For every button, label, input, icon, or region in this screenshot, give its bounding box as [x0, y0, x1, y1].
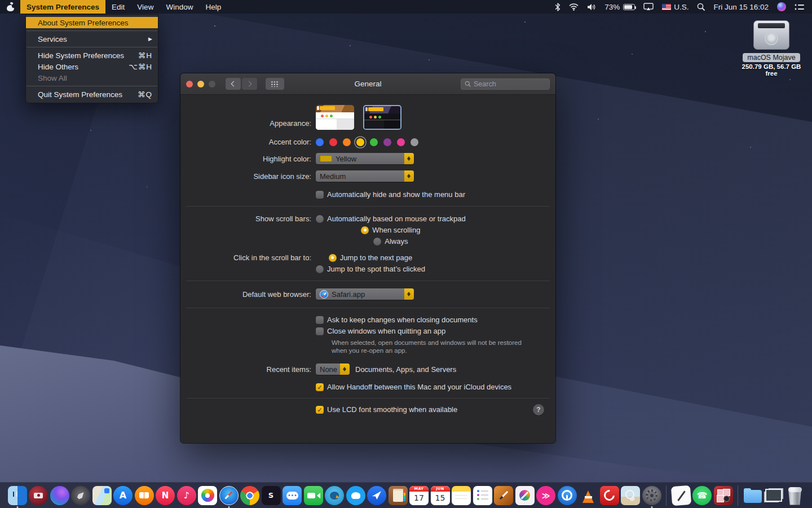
dock-safari[interactable]: [219, 486, 239, 505]
dock-facetime[interactable]: [304, 486, 323, 505]
menubar-clock[interactable]: Fri Jun 15 16:02: [713, 3, 769, 11]
accent-color-blue[interactable]: [316, 138, 324, 146]
dock-notes[interactable]: [452, 486, 471, 505]
dock-dropboxfolder[interactable]: [743, 486, 762, 505]
bluetooth-icon[interactable]: [555, 3, 561, 11]
menu-item-about-system-preferences[interactable]: About System Preferences: [26, 17, 158, 28]
dock-maps[interactable]: [92, 486, 112, 505]
dock-vlc[interactable]: [579, 486, 598, 505]
dock-bear[interactable]: [672, 486, 691, 505]
accent-color-graphite[interactable]: [411, 138, 418, 146]
dock-finder[interactable]: [8, 486, 27, 505]
dock-whatsapp[interactable]: ☎: [692, 486, 712, 505]
dock-fantastical[interactable]: MAY17: [409, 486, 429, 505]
accent-color-green[interactable]: [370, 138, 378, 146]
dock-itunes[interactable]: ♪: [177, 486, 196, 505]
dock-twitter[interactable]: [346, 486, 365, 505]
accent-color-orange[interactable]: [343, 138, 351, 146]
show-all-button[interactable]: [266, 78, 284, 90]
dock-messages[interactable]: [283, 486, 302, 505]
help-button[interactable]: ?: [533, 404, 544, 415]
input-source-menu[interactable]: U.S.: [662, 3, 689, 11]
dock-news[interactable]: N: [156, 486, 175, 505]
handoff-checkbox[interactable]: [316, 383, 324, 391]
restore-note: When selected, open documents and window…: [332, 339, 532, 354]
accent-color-pink[interactable]: [397, 138, 405, 146]
clickscroll-radio-jump-to-the-next-page[interactable]: [329, 254, 337, 262]
menu-item-hide-others[interactable]: Hide Others⌥⌘H: [26, 61, 158, 72]
forward-button[interactable]: [242, 78, 257, 90]
default-browser-popup[interactable]: Safari.app: [316, 288, 414, 300]
ask-keep-changes-checkbox[interactable]: [316, 316, 324, 324]
dock-preview[interactable]: [621, 486, 640, 505]
dock-launchpad[interactable]: [71, 486, 90, 505]
minimize-button[interactable]: [197, 81, 204, 87]
notification-center-icon[interactable]: [795, 3, 804, 11]
dock-chrome[interactable]: [240, 486, 259, 505]
zoom-button[interactable]: [209, 81, 215, 87]
menubar-item-system-preferences[interactable]: System Preferences: [20, 0, 105, 14]
dock-contacts[interactable]: [389, 486, 408, 505]
dock-appstore[interactable]: A: [113, 486, 133, 505]
close-button[interactable]: [186, 81, 193, 87]
dock-onepassword[interactable]: [558, 486, 577, 505]
dock-twitterrific[interactable]: [325, 486, 344, 505]
scrollbars-radio-always[interactable]: [373, 238, 381, 246]
siri-icon[interactable]: [777, 2, 786, 11]
wifi-icon[interactable]: [569, 3, 579, 11]
dock-siri[interactable]: [50, 486, 69, 505]
menubar-item-window[interactable]: Window: [160, 0, 199, 14]
divider: [186, 281, 550, 281]
clickscroll-radio-jump-to-the-spot-that-s-clicked[interactable]: [316, 265, 324, 273]
menubar-item-help[interactable]: Help: [199, 0, 227, 14]
accent-color-yellow[interactable]: [356, 138, 364, 146]
lcd-smoothing-checkbox[interactable]: [316, 406, 324, 414]
volume-icon[interactable]: [587, 3, 596, 11]
apple-menu[interactable]: [0, 0, 20, 14]
highlight-swatch: [320, 155, 332, 162]
menu-separator: [27, 86, 157, 86]
finder-icon: [8, 486, 27, 505]
spotlight-icon[interactable]: [697, 3, 705, 11]
dock-reminders[interactable]: [473, 486, 492, 505]
volume-capacity: 250.79 GB, 56.7 GB free: [738, 63, 805, 77]
appearance-dark-option-selected[interactable]: [363, 105, 401, 130]
dock-books[interactable]: [135, 486, 154, 505]
menu-item-services[interactable]: Services▶: [26, 33, 158, 45]
dock-stack[interactable]: [764, 486, 783, 505]
scrollbars-radio-when-scrolling[interactable]: [361, 226, 369, 234]
dock-pdfexpert[interactable]: [600, 486, 619, 505]
close-windows-checkbox[interactable]: [316, 327, 324, 335]
sidebar-size-popup[interactable]: Medium: [316, 170, 414, 182]
accent-color-purple[interactable]: [383, 138, 391, 146]
dock-pixelmator[interactable]: [494, 486, 513, 505]
dock-arrows[interactable]: ≫: [536, 486, 555, 505]
accent-color-red[interactable]: [329, 138, 337, 146]
back-button[interactable]: [226, 78, 241, 90]
dock-spark[interactable]: [367, 486, 386, 505]
dock-slack[interactable]: S: [262, 486, 281, 505]
dock-sysprefs[interactable]: [642, 486, 661, 505]
dock-pixelmatorpro[interactable]: [515, 486, 535, 505]
menubar-item-view[interactable]: View: [131, 0, 160, 14]
menu-item-quit-system-preferences[interactable]: Quit System Preferences⌘Q: [26, 89, 158, 100]
search-input[interactable]: [474, 80, 546, 88]
menubar-item-edit[interactable]: Edit: [105, 0, 131, 14]
autohide-menubar-checkbox[interactable]: [316, 191, 324, 199]
highlight-color-popup[interactable]: Yellow: [316, 153, 414, 164]
search-field[interactable]: [461, 78, 550, 90]
desktop-volume-icon[interactable]: macOS Mojave 250.79 GB, 56.7 GB free: [738, 20, 805, 77]
dock-photobooth[interactable]: [714, 486, 733, 505]
dock-camera[interactable]: [29, 486, 48, 505]
menu-item-hide-system-preferences[interactable]: Hide System Preferences⌘H: [26, 50, 158, 61]
scrollbars-radio-automatically-based-on-mouse-or-trackpad[interactable]: [316, 215, 324, 223]
dock-calendar[interactable]: JUN15: [431, 486, 450, 505]
battery-indicator[interactable]: 73%: [604, 3, 635, 11]
volume-label: macOS Mojave: [743, 53, 800, 62]
airplay-display-icon[interactable]: [643, 3, 654, 11]
appearance-light-option[interactable]: [316, 105, 354, 130]
dock-photos[interactable]: [198, 486, 217, 505]
recent-items-popup[interactable]: None: [316, 364, 350, 375]
titlebar[interactable]: General: [180, 73, 555, 95]
dock-trash[interactable]: [785, 486, 805, 505]
